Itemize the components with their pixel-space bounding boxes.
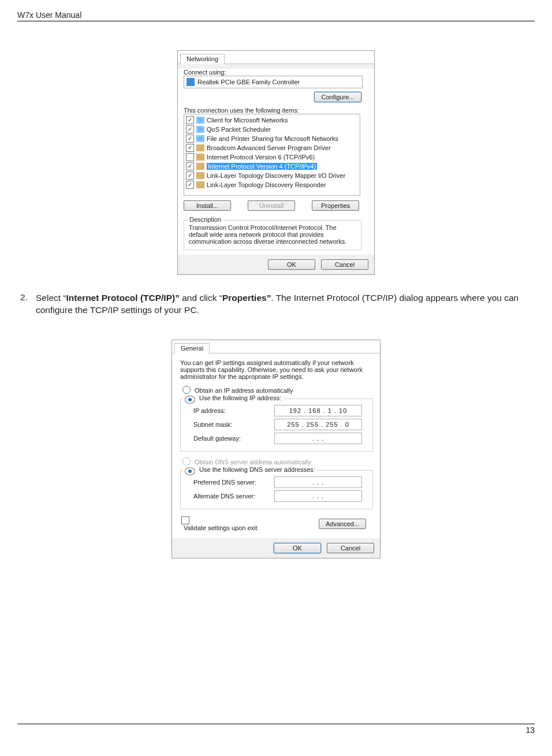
list-item[interactable]: Link-Layer Topology Discovery Responder	[185, 180, 359, 189]
label-use-dns: Use the following DNS server addresses:	[199, 466, 315, 473]
protocol-icon	[196, 154, 204, 161]
uninstall-button: Uninstall	[248, 200, 295, 211]
label-alternate-dns: Alternate DNS server:	[193, 493, 255, 500]
connection-items-list[interactable]: Client for Microsoft NetworksQoS Packet …	[184, 114, 360, 196]
checkbox-icon[interactable]	[186, 135, 194, 143]
list-item-label: Broadcom Advanced Server Program Driver	[207, 144, 331, 151]
list-item-label: Internet Protocol Version 4 (TCP/IPv4)	[207, 163, 317, 170]
list-item-label: Link-Layer Topology Discovery Responder	[207, 181, 326, 188]
intro-text: You can get IP settings assigned automat…	[180, 359, 372, 380]
step-2-t1: Select “	[36, 293, 66, 303]
checkbox-icon[interactable]	[186, 116, 194, 124]
protocol-icon	[196, 172, 204, 179]
protocol-icon	[196, 181, 204, 188]
radio-auto-ip[interactable]	[182, 386, 191, 394]
ok-button-2[interactable]: OK	[274, 543, 321, 553]
input-preferred-dns[interactable]: . . .	[274, 476, 362, 488]
network-adapter-icon	[187, 78, 195, 86]
checkbox-icon[interactable]	[186, 125, 194, 133]
doc-footer: 13	[17, 724, 535, 735]
protocol-icon	[196, 126, 204, 133]
label-use-ip: Use the following IP address:	[199, 394, 281, 401]
list-item[interactable]: Client for Microsoft Networks	[185, 116, 359, 125]
figure-networking-dialog: Networking Connect using: Realtek PCIe G…	[17, 50, 535, 275]
list-item[interactable]: Link-Layer Topology Discovery Mapper I/O…	[185, 171, 359, 180]
connect-using-label: Connect using:	[184, 69, 368, 76]
adapter-name: Realtek PCIe GBE Family Controller	[197, 79, 300, 85]
description-title: Description	[188, 216, 223, 223]
tab-strip-2: General	[172, 340, 380, 353]
label-preferred-dns: Preferred DNS server:	[193, 479, 256, 486]
list-item[interactable]: Broadcom Advanced Server Program Driver	[185, 143, 359, 152]
protocol-icon	[196, 144, 204, 151]
checkbox-icon[interactable]	[186, 162, 194, 170]
list-item[interactable]: Internet Protocol Version 6 (TCP/IPv6)	[185, 152, 359, 162]
ok-button[interactable]: OK	[268, 259, 315, 270]
install-button[interactable]: Install...	[184, 200, 231, 211]
adapter-box: Realtek PCIe GBE Family Controller	[184, 76, 363, 88]
protocol-icon	[196, 135, 204, 142]
configure-button[interactable]: Configure...	[314, 92, 361, 102]
radio-use-ip[interactable]	[185, 396, 195, 404]
list-item-label: Client for Microsoft Networks	[207, 117, 288, 124]
label-subnet-mask: Subnet mask:	[193, 421, 232, 428]
tab-general[interactable]: General	[174, 343, 210, 353]
step-2-t2: and click “	[180, 293, 222, 303]
list-item[interactable]: Internet Protocol Version 4 (TCP/IPv4)	[185, 162, 359, 171]
label-auto-dns: Obtain DNS server address automatically	[195, 459, 311, 465]
list-item[interactable]: QoS Packet Scheduler	[185, 125, 359, 134]
list-item-label: Link-Layer Topology Discovery Mapper I/O…	[207, 172, 345, 179]
description-group: Description Transmission Control Protoco…	[184, 220, 361, 250]
input-subnet-mask[interactable]: 255 . 255 . 255 . 0	[274, 419, 362, 430]
label-ip-address: IP address:	[193, 407, 225, 414]
checkbox-icon[interactable]	[186, 153, 194, 161]
advanced-button[interactable]: Advanced...	[319, 519, 366, 529]
checkbox-icon[interactable]	[186, 181, 194, 189]
step-2-b1: Internet Protocol (TCP/IP)”	[66, 293, 180, 303]
doc-header: W7x User Manual	[17, 10, 535, 21]
tcpip-dialog: General You can get IP settings assigned…	[171, 340, 381, 558]
uses-label: This connection uses the following items…	[184, 107, 368, 114]
cancel-button[interactable]: Cancel	[321, 259, 368, 270]
cancel-button-2[interactable]: Cancel	[327, 543, 374, 553]
figure-tcpip-dialog: General You can get IP settings assigned…	[17, 340, 535, 558]
label-auto-ip: Obtain an IP address automatically	[195, 387, 293, 394]
step-2-text: Select “Internet Protocol (TCP/IP)” and …	[36, 292, 535, 316]
tab-networking[interactable]: Networking	[180, 54, 225, 64]
protocol-icon	[196, 117, 204, 124]
radio-auto-dns	[182, 457, 191, 465]
list-item-label: Internet Protocol Version 6 (TCP/IPv6)	[207, 154, 315, 161]
step-2: 2. Select “Internet Protocol (TCP/IP)” a…	[17, 292, 535, 316]
doc-title: W7x User Manual	[17, 10, 81, 20]
label-default-gateway: Default gateway:	[193, 435, 241, 442]
tab-strip: Networking	[178, 51, 374, 64]
checkbox-icon[interactable]	[186, 172, 194, 180]
page-number: 13	[525, 725, 535, 735]
radio-use-dns[interactable]	[185, 467, 195, 475]
input-alternate-dns[interactable]: . . .	[274, 490, 362, 502]
properties-button[interactable]: Properties	[312, 200, 359, 211]
list-item-label: QoS Packet Scheduler	[207, 126, 271, 133]
checkbox-icon[interactable]	[186, 144, 194, 152]
input-default-gateway[interactable]: . . .	[274, 433, 362, 444]
list-item[interactable]: File and Printer Sharing for Microsoft N…	[185, 134, 359, 143]
networking-dialog: Networking Connect using: Realtek PCIe G…	[177, 50, 375, 275]
step-2-number: 2.	[17, 292, 28, 316]
validate-row: Validate settings upon exit	[181, 516, 258, 531]
label-validate: Validate settings upon exit	[184, 524, 258, 531]
protocol-icon	[196, 163, 204, 170]
step-2-b2: Properties”	[222, 293, 271, 303]
list-item-label: File and Printer Sharing for Microsoft N…	[207, 135, 338, 142]
input-ip-address[interactable]: 192 . 168 . 1 . 10	[274, 405, 362, 416]
checkbox-validate[interactable]	[181, 516, 189, 524]
description-text: Transmission Control Protocol/Internet P…	[189, 224, 346, 245]
